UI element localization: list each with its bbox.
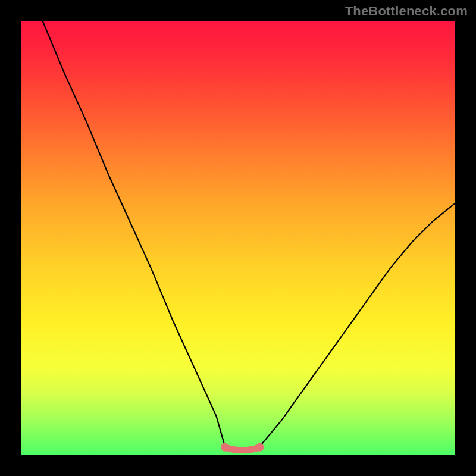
plot-area	[21, 21, 455, 455]
chart-frame: TheBottleneck.com	[0, 0, 476, 476]
highlight-dot-left	[221, 443, 229, 452]
bottleneck-curve	[43, 21, 456, 451]
watermark-text: TheBottleneck.com	[345, 4, 468, 19]
highlight-dot-right	[256, 443, 264, 452]
curve-svg	[21, 21, 455, 455]
flat-minimum-highlight	[225, 447, 259, 450]
